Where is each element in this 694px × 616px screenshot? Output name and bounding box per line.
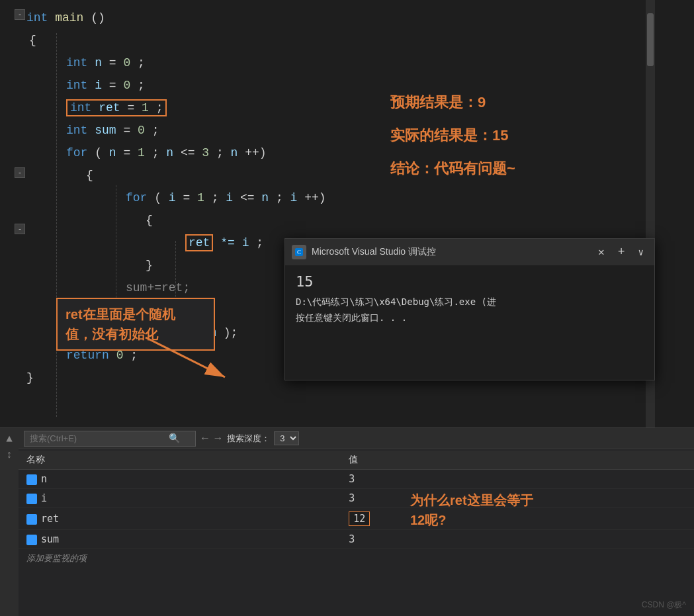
tooltip-line1: ret在里面是个随机 (65, 307, 175, 322)
console-titlebar: C Microsoft Visual Studio 调试控 ✕ + ∨ (285, 239, 654, 265)
col-name-header: 名称 (19, 451, 341, 470)
search-box[interactable]: 🔍 (24, 431, 196, 447)
nav-arrows: ← → (200, 433, 223, 445)
code-line-10: { (26, 209, 655, 232)
console-chevron-button[interactable]: ∨ (634, 245, 648, 259)
code-line-1: int main () (26, 7, 655, 29)
add-watch-item[interactable]: 添加要监视的项 (19, 549, 694, 568)
panel-left-strip: ▲ ↕ (0, 428, 19, 616)
watch-var-type (588, 530, 694, 549)
fold-icon-main[interactable]: - (15, 9, 25, 20)
tooltip-line2: 值，没有初始化 (65, 327, 158, 341)
watch-table-row[interactable]: ret12 (19, 508, 694, 530)
watch-var-name: ret (19, 508, 341, 530)
watch-table-row[interactable]: i3 (19, 489, 694, 508)
panel-toolbar: 🔍 ← → 搜索深度： 3 1 2 4 5 (19, 428, 694, 449)
watch-table-row[interactable]: n3 (19, 470, 694, 489)
tooltip-ret-random: ret在里面是个随机 值，没有初始化 (56, 298, 215, 351)
watch-var-name: sum (19, 530, 341, 549)
watch-var-value: 3 (341, 470, 588, 489)
bottom-panel: ▲ ↕ 🔍 ← → 搜索深度： 3 1 2 4 5 名称 值 (0, 427, 694, 616)
watch-table-area: 名称 值 n3i3ret12sum3 添加要监视的项 (19, 451, 694, 568)
search-icon[interactable]: 🔍 (169, 433, 180, 444)
csdn-watermark: CSDN @极^ (642, 599, 686, 611)
code-line-5: int ret = 1 ; (26, 97, 655, 119)
watch-var-type (588, 508, 694, 530)
watch-table: 名称 值 n3i3ret12sum3 (19, 451, 694, 549)
fold-icon-for2[interactable]: - (15, 224, 25, 234)
watch-table-row[interactable]: sum3 (19, 530, 694, 549)
code-line-6: int sum = 0 ; (26, 119, 655, 142)
search-input[interactable] (30, 433, 169, 443)
strip-pin-icon[interactable]: ↕ (6, 449, 13, 461)
code-line-3: int n = 0 ; (26, 52, 655, 74)
console-app-icon: C (292, 245, 306, 259)
fold-icon-for1[interactable]: - (15, 167, 25, 178)
annotation-ret-question: 为什么ret这里会等于 12呢? (410, 490, 533, 530)
nav-forward-arrow[interactable]: → (213, 433, 224, 445)
watch-var-type (588, 470, 694, 489)
console-body: 15 D:\代码练习\练习\x64\Debug\练习.exe (进 按任意键关闭… (285, 265, 654, 332)
annotation-expected: 预期结果是：9 (390, 93, 486, 112)
watch-var-name: i (19, 489, 341, 508)
console-output: 15 (296, 273, 644, 290)
col-empty-header (588, 451, 694, 470)
code-line-2: { (26, 29, 655, 52)
annotation-actual: 实际的结果是：15 (390, 126, 508, 146)
console-prompt: 按任意键关闭此窗口. . . (296, 312, 644, 324)
depth-label: 搜索深度： (227, 433, 270, 445)
depth-select[interactable]: 3 1 2 4 5 (274, 431, 299, 445)
watch-var-type (588, 489, 694, 508)
watch-var-name: n (19, 470, 341, 489)
nav-back-arrow[interactable]: ← (200, 433, 210, 445)
annotation-conclusion: 结论：代码有问题~ (390, 159, 515, 179)
strip-up-arrow[interactable]: ▲ (6, 433, 13, 445)
console-window: C Microsoft Visual Studio 调试控 ✕ + ∨ 15 D… (284, 238, 655, 380)
svg-text:C: C (297, 249, 301, 255)
code-line-4: int i = 0 ; (26, 74, 655, 97)
col-value-header: 值 (341, 451, 588, 470)
code-line-8: { (26, 164, 655, 187)
code-line-9: for ( i = 1 ; i <= n ; i ++) (26, 187, 655, 209)
watch-var-value: 3 (341, 530, 588, 549)
console-plus-button[interactable]: + (614, 244, 629, 260)
code-line-7: for ( n = 1 ; n <= 3 ; n ++) (26, 142, 655, 164)
console-path: D:\代码练习\练习\x64\Debug\练习.exe (进 (296, 296, 644, 308)
console-close-button[interactable]: ✕ (594, 244, 609, 260)
console-title: Microsoft Visual Studio 调试控 (312, 246, 589, 258)
